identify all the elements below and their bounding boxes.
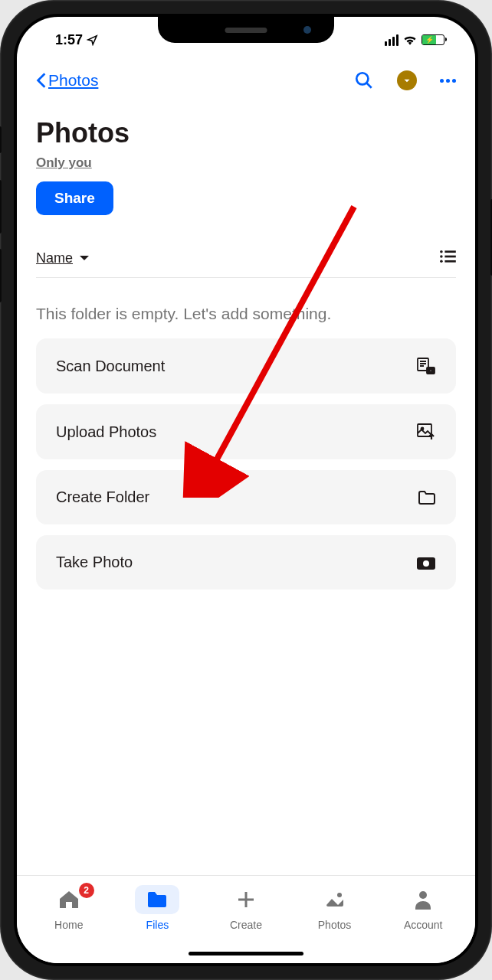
take-photo-action[interactable]: Take Photo — [36, 535, 456, 590]
home-indicator[interactable] — [189, 952, 303, 956]
back-button[interactable]: Photos — [36, 71, 98, 90]
battery-icon: ⚡ — [421, 34, 444, 45]
view-toggle-button[interactable] — [439, 250, 456, 266]
tab-bar: 2 Home Files Create — [17, 875, 475, 963]
cellular-signal-icon — [385, 34, 399, 46]
scan-document-icon — [416, 357, 436, 375]
tab-label: Home — [54, 919, 83, 931]
svg-rect-2 — [444, 250, 455, 253]
phone-frame: 1:57 ⚡ Photos — [0, 0, 492, 980]
create-folder-action[interactable]: Create Folder — [36, 470, 456, 524]
action-label: Upload Photos — [56, 423, 156, 441]
scan-document-action[interactable]: Scan Document — [36, 338, 456, 394]
tab-label: Create — [230, 919, 262, 931]
svg-rect-10 — [418, 424, 431, 436]
tab-label: Account — [404, 919, 443, 931]
share-button[interactable]: Share — [36, 181, 113, 215]
location-icon — [87, 34, 98, 46]
list-view-icon — [439, 250, 456, 263]
more-button[interactable] — [440, 79, 456, 83]
sort-button[interactable]: Name — [36, 250, 90, 266]
wifi-icon — [403, 34, 417, 45]
nav-bar: Photos — [36, 55, 456, 102]
folder-icon — [418, 490, 436, 505]
home-badge: 2 — [79, 883, 94, 898]
search-button[interactable] — [354, 70, 374, 90]
sort-label: Name — [36, 250, 73, 266]
empty-message: This folder is empty. Let's add somethin… — [36, 278, 456, 338]
svg-point-17 — [419, 891, 427, 899]
home-icon — [58, 890, 80, 910]
notch — [158, 17, 334, 43]
folder-icon — [146, 890, 169, 909]
action-label: Scan Document — [56, 358, 165, 375]
tab-account[interactable]: Account — [379, 885, 467, 963]
tab-label: Photos — [318, 919, 352, 931]
page-title: Photos — [36, 117, 456, 149]
svg-point-3 — [440, 255, 443, 258]
account-avatar[interactable] — [397, 70, 417, 90]
photo-icon — [325, 891, 345, 908]
svg-rect-4 — [444, 256, 455, 258]
svg-point-13 — [423, 560, 429, 567]
svg-point-5 — [440, 260, 443, 263]
svg-point-16 — [337, 893, 342, 897]
tab-photos[interactable]: Photos — [290, 885, 379, 963]
person-icon — [414, 890, 432, 910]
sharing-status[interactable]: Only you — [36, 155, 456, 171]
svg-rect-6 — [444, 260, 455, 263]
svg-point-1 — [440, 250, 443, 253]
upload-photos-action[interactable]: Upload Photos — [36, 404, 456, 459]
back-label: Photos — [48, 71, 98, 90]
chevron-down-icon — [79, 254, 90, 262]
camera-icon — [416, 555, 436, 570]
tab-home[interactable]: 2 Home — [25, 885, 113, 963]
action-label: Take Photo — [56, 554, 133, 571]
action-label: Create Folder — [56, 488, 149, 506]
svg-point-9 — [430, 370, 432, 372]
search-icon — [354, 70, 374, 90]
plus-icon — [236, 890, 256, 910]
chevron-left-icon — [36, 72, 47, 89]
tab-label: Files — [146, 919, 169, 931]
status-time: 1:57 — [55, 32, 83, 48]
upload-photo-icon — [416, 423, 436, 441]
svg-point-0 — [356, 73, 368, 84]
